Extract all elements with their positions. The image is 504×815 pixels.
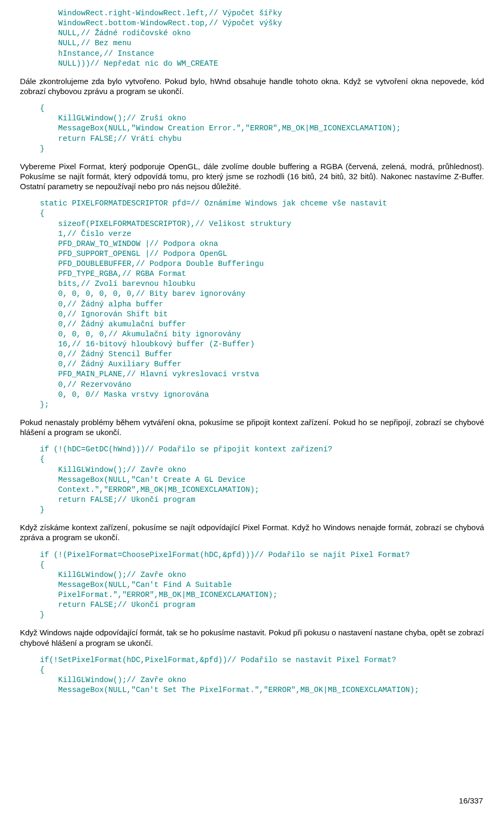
code-block-2: { KillGLWindow();// Zruší okno MessageBo… (20, 104, 484, 154)
code-block-3: static PIXELFORMATDESCRIPTOR pfd=// Ozná… (20, 199, 484, 410)
page: WindowRect.right-WindowRect.left,// Výpo… (0, 0, 504, 815)
paragraph-2: Vybereme Pixel Format, který podporuje O… (20, 161, 484, 192)
code-block-1: WindowRect.right-WindowRect.left,// Výpo… (20, 8, 484, 69)
code-block-5: if (!(PixelFormat=ChoosePixelFormat(hDC,… (20, 550, 484, 621)
code-block-4: if (!(hDC=GetDC(hWnd)))// Podařilo se př… (20, 445, 484, 515)
paragraph-5: Když Windows najde odpovídající formát, … (20, 627, 484, 647)
paragraph-4: Když získáme kontext zařízení, pokusíme … (20, 522, 484, 542)
page-number: 16/337 (459, 796, 483, 806)
paragraph-3: Pokud nenastaly problémy během vytváření… (20, 417, 484, 437)
paragraph-1: Dále zkontrolujeme zda bylo vytvořeno. P… (20, 76, 484, 96)
code-block-6: if(!SetPixelFormat(hDC,PixelFormat,&pfd)… (20, 655, 484, 696)
